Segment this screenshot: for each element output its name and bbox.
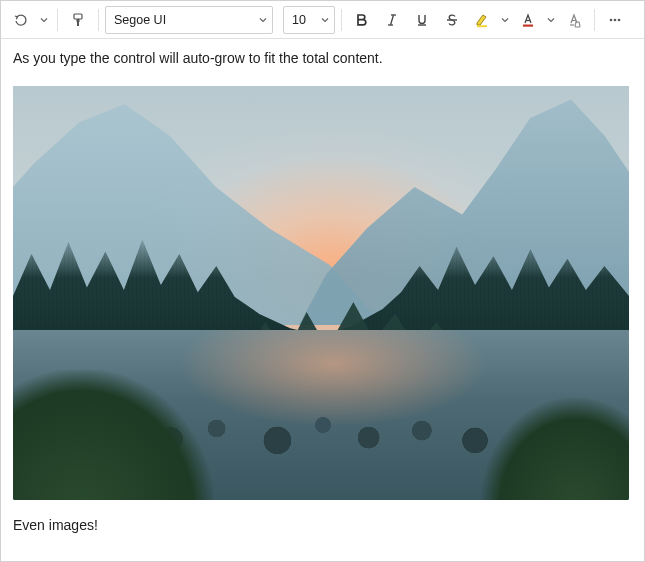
editor-toolbar: Segoe UI 10 bbox=[1, 1, 644, 39]
embedded-image[interactable] bbox=[13, 86, 629, 500]
svg-rect-2 bbox=[77, 22, 79, 26]
underline-icon bbox=[414, 12, 430, 28]
separator bbox=[57, 9, 58, 31]
underline-button[interactable] bbox=[408, 6, 436, 34]
rich-text-editor: Segoe UI 10 bbox=[0, 0, 645, 562]
strikethrough-button[interactable] bbox=[438, 6, 466, 34]
font-size-combo[interactable]: 10 bbox=[283, 6, 335, 34]
more-icon bbox=[607, 12, 623, 28]
editor-content[interactable]: As you type the control will auto-grow t… bbox=[1, 39, 644, 561]
svg-point-15 bbox=[618, 18, 621, 21]
format-painter-icon bbox=[70, 12, 86, 28]
undo-dropdown[interactable] bbox=[37, 6, 51, 34]
highlight-dropdown[interactable] bbox=[498, 6, 512, 34]
font-family-value: Segoe UI bbox=[114, 13, 166, 27]
svg-point-13 bbox=[610, 18, 613, 21]
font-color-dropdown[interactable] bbox=[544, 6, 558, 34]
bold-button[interactable] bbox=[348, 6, 376, 34]
undo-button[interactable] bbox=[7, 6, 35, 34]
bold-icon bbox=[354, 12, 370, 28]
undo-icon bbox=[13, 12, 29, 28]
chevron-down-icon bbox=[501, 16, 509, 24]
clear-formatting-button[interactable] bbox=[560, 6, 588, 34]
svg-rect-10 bbox=[523, 24, 533, 26]
svg-line-5 bbox=[391, 15, 394, 25]
italic-button[interactable] bbox=[378, 6, 406, 34]
separator bbox=[594, 9, 595, 31]
font-color-icon bbox=[520, 12, 536, 28]
svg-point-14 bbox=[614, 18, 617, 21]
italic-icon bbox=[384, 12, 400, 28]
svg-rect-1 bbox=[77, 19, 80, 22]
paragraph: As you type the control will auto-grow t… bbox=[13, 49, 632, 68]
font-color-button[interactable] bbox=[514, 6, 542, 34]
chevron-down-icon bbox=[547, 16, 555, 24]
paragraph: Even images! bbox=[13, 516, 632, 535]
chevron-down-icon bbox=[40, 16, 48, 24]
separator bbox=[341, 9, 342, 31]
svg-rect-0 bbox=[74, 14, 82, 19]
format-painter-button[interactable] bbox=[64, 6, 92, 34]
font-size-value: 10 bbox=[292, 13, 306, 27]
chevron-down-icon bbox=[320, 15, 330, 25]
strikethrough-icon bbox=[444, 12, 460, 28]
chevron-down-icon bbox=[258, 15, 268, 25]
highlight-icon bbox=[474, 12, 490, 28]
highlight-button[interactable] bbox=[468, 6, 496, 34]
clear-formatting-icon bbox=[566, 12, 582, 28]
overflow-button[interactable] bbox=[601, 6, 629, 34]
separator bbox=[98, 9, 99, 31]
font-family-combo[interactable]: Segoe UI bbox=[105, 6, 273, 34]
